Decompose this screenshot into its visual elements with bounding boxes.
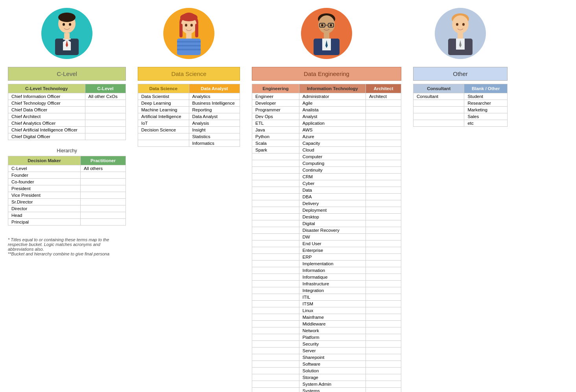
table-cell: Chief Information Officer	[8, 93, 85, 100]
table-row: Chief Artificial Intelligence Officer	[8, 127, 126, 133]
table-cell	[138, 140, 189, 147]
table-cell	[366, 220, 401, 227]
table-cell: All others	[81, 165, 126, 172]
table-cell: ITIL	[299, 294, 366, 301]
table-cell	[252, 327, 299, 334]
table-cell: System Admin	[299, 381, 366, 388]
svg-point-1	[58, 13, 76, 22]
table-row: Mainframe	[252, 314, 401, 321]
table-row: Sharepoint	[252, 354, 401, 361]
table-cell	[366, 361, 401, 368]
table-cell	[81, 212, 126, 219]
table-cell	[366, 281, 401, 287]
table-row: Digital	[252, 220, 401, 227]
table-cell: etc	[464, 120, 508, 127]
table-cell	[366, 314, 401, 321]
table-cell: Computing	[299, 160, 366, 167]
th-clevel: C-Level	[85, 84, 126, 93]
table-row: Delivery	[252, 200, 401, 207]
dataeng-column: Data Engineering Engineering Information…	[252, 8, 401, 392]
table-cell	[366, 294, 401, 301]
svg-point-36	[462, 23, 465, 26]
table-cell	[366, 287, 401, 294]
dataeng-header: Data Engineering	[252, 67, 401, 81]
table-cell: ERP	[299, 254, 366, 261]
table-cell	[366, 247, 401, 254]
table-cell	[366, 381, 401, 388]
table-cell: President	[8, 185, 81, 192]
footnote-1: * Titles equal to or containing these te…	[8, 237, 126, 251]
table-cell	[252, 153, 299, 160]
table-cell	[81, 185, 126, 192]
th-architect: Architect	[366, 84, 401, 93]
footnotes: * Titles equal to or containing these te…	[8, 237, 126, 256]
table-cell: Analytics	[189, 93, 240, 100]
table-cell: Information	[299, 267, 366, 274]
table-cell	[366, 107, 401, 113]
table-cell: Deep Learning	[138, 100, 189, 107]
table-row: Disaster Recovery	[252, 227, 401, 234]
table-cell	[366, 354, 401, 361]
svg-point-21	[190, 24, 193, 27]
table-cell	[252, 341, 299, 348]
table-cell	[366, 113, 401, 120]
table-row: Director	[8, 205, 126, 212]
table-cell: Consultant	[414, 93, 464, 100]
table-cell	[366, 180, 401, 187]
table-cell	[81, 172, 126, 179]
dataeng-avatar	[301, 8, 352, 59]
table-row: DBA	[252, 194, 401, 200]
table-row: Artificial IntelligenceData Analyst	[138, 113, 240, 120]
table-cell	[252, 281, 299, 287]
table-row: CRM	[252, 174, 401, 180]
table-row: Chief Technology Officer	[8, 100, 126, 107]
table-cell: Chief Data Officer	[8, 107, 85, 113]
table-row: Dev OpsAnalyst	[252, 113, 401, 120]
table-row: Computing	[252, 160, 401, 167]
table-cell	[81, 219, 126, 226]
table-cell	[414, 120, 464, 127]
table-cell	[366, 140, 401, 147]
table-cell: DBA	[299, 194, 366, 200]
table-cell	[252, 160, 299, 167]
table-cell	[252, 374, 299, 381]
table-cell	[252, 334, 299, 341]
table-row: Desktop	[252, 214, 401, 220]
table-cell	[85, 127, 126, 133]
svg-rect-37	[458, 33, 463, 39]
other-column: Other Consultant Blank / Other Consultan…	[413, 8, 508, 127]
table-row: Founder	[8, 172, 126, 179]
clevel-header: C-Level	[8, 67, 126, 81]
svg-point-8	[63, 23, 65, 26]
table-row: IoTAnalysis	[138, 120, 240, 127]
table-cell	[366, 261, 401, 267]
table-cell: Desktop	[299, 214, 366, 220]
table-cell: Spark	[252, 147, 299, 153]
table-cell	[366, 388, 401, 392]
table-cell	[366, 327, 401, 334]
table-cell	[366, 194, 401, 200]
table-cell	[81, 179, 126, 185]
table-cell: IoT	[138, 120, 189, 127]
table-row: DeveloperAgile	[252, 100, 401, 107]
table-cell	[252, 381, 299, 388]
table-cell	[252, 200, 299, 207]
svg-rect-29	[324, 33, 329, 39]
table-cell: Java	[252, 127, 299, 133]
table-row: ETLApplication	[252, 120, 401, 127]
table-cell	[252, 240, 299, 247]
table-cell	[366, 187, 401, 194]
table-cell	[252, 348, 299, 354]
table-cell: Linux	[299, 307, 366, 314]
table-cell: Systems	[299, 388, 366, 392]
table-cell	[366, 234, 401, 240]
table-row: ProgrammerAnalista	[252, 107, 401, 113]
table-cell	[252, 314, 299, 321]
table-cell: Capacity	[299, 140, 366, 147]
table-row: ConsultantStudent	[414, 93, 508, 100]
table-cell	[366, 274, 401, 281]
table-cell	[252, 307, 299, 314]
table-cell: Vice President	[8, 192, 81, 199]
table-cell: Chief Analytics Officer	[8, 120, 85, 127]
table-row: Information	[252, 267, 401, 274]
